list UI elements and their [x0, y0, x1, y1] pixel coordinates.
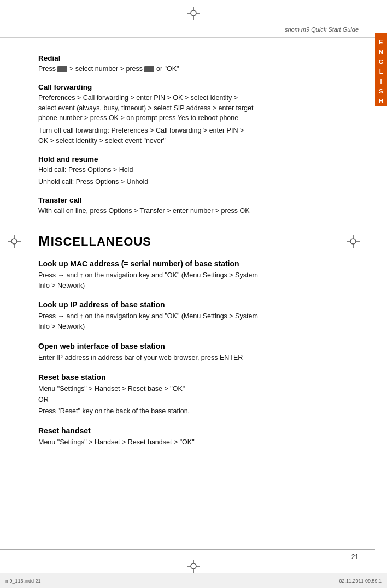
web-interface-section: Open web interface of base station Enter… — [38, 342, 359, 363]
hold-resume-section: Hold and resume Hold call: Press Options… — [38, 155, 359, 188]
reset-base-text-2: Press "Reset" key on the back of the bas… — [38, 406, 359, 417]
bottom-bar-left: m9_113.indd 21 — [5, 578, 41, 584]
page-footer: 21 — [0, 549, 375, 561]
redial-text: Press > select number > press or "OK" — [38, 64, 359, 74]
call-forwarding-text-2: Turn off call forwarding: Preferences > … — [38, 126, 359, 146]
svg-point-0 — [191, 10, 196, 16]
tab-letter-e: E — [379, 37, 383, 47]
svg-point-15 — [191, 563, 196, 569]
redial-section: Redial Press > select number > press or … — [38, 54, 359, 74]
transfer-call-heading: Transfer call — [38, 196, 359, 204]
crosshair-top-icon — [187, 7, 200, 20]
header-title: snom m9 Quick Start Guide — [285, 26, 359, 33]
call-forwarding-section: Call forwarding Preferences > Call forwa… — [38, 83, 359, 146]
main-content: Redial Press > select number > press or … — [0, 38, 375, 460]
call-forwarding-heading: Call forwarding — [38, 83, 359, 91]
ip-address-text: Press → and ↑ on the navigation key and … — [38, 311, 359, 332]
reset-base-or: OR — [38, 395, 359, 405]
ip-address-heading: Look up IP address of base station — [38, 300, 359, 309]
crosshair-right-icon — [347, 235, 360, 250]
redial-heading: Redial — [38, 54, 359, 62]
mac-address-heading: Look up MAC address (= serial number) of… — [38, 259, 359, 268]
tab-letter-n: N — [379, 47, 383, 57]
bottom-bar: m9_113.indd 21 02.11.2011 09:59:1 — [0, 573, 387, 588]
hold-resume-heading: Hold and resume — [38, 155, 359, 163]
page-wrapper: E N G L I S H snom m9 Quick Start Guide … — [0, 0, 387, 588]
hold-text: Hold call: Press Options > Hold — [38, 165, 359, 175]
transfer-call-section: Transfer call With call on line, press O… — [38, 196, 359, 216]
crosshair-bottom-icon — [187, 560, 200, 573]
language-tab: E N G L I S H — [375, 33, 387, 106]
reset-handset-text: Menu "Settings" > Handset > Reset handse… — [38, 437, 359, 448]
reset-handset-heading: Reset handset — [38, 426, 359, 435]
svg-point-10 — [11, 239, 17, 244]
reset-handset-section: Reset handset Menu "Settings" > Handset … — [38, 426, 359, 448]
unhold-text: Unhold call: Press Options > Unhold — [38, 177, 359, 187]
reset-base-text-1: Menu "Settings" > Handset > Reset base >… — [38, 384, 359, 394]
reset-base-section: Reset base station Menu "Settings" > Han… — [38, 373, 359, 417]
tab-letter-h: H — [379, 96, 383, 106]
mac-address-section: Look up MAC address (= serial number) of… — [38, 259, 359, 291]
call-forwarding-text-1: Preferences > Call forwarding > enter PI… — [38, 93, 359, 123]
tab-letter-g: G — [379, 57, 384, 67]
transfer-text: With call on line, press Options > Trans… — [38, 206, 359, 216]
bottom-bar-right: 02.11.2011 09:59:1 — [339, 578, 382, 584]
ip-address-section: Look up IP address of base station Press… — [38, 300, 359, 332]
tab-letter-l: L — [379, 67, 383, 76]
tab-letter-i: I — [380, 76, 382, 86]
misc-main-heading: Miscellaneous — [38, 233, 359, 250]
web-interface-text: Enter IP address in address bar of your … — [38, 353, 359, 363]
mac-address-text: Press → and ↑ on the navigation key and … — [38, 270, 359, 291]
reset-base-heading: Reset base station — [38, 373, 359, 382]
crosshair-left-icon — [8, 235, 21, 250]
web-interface-heading: Open web interface of base station — [38, 342, 359, 351]
page-number: 21 — [351, 553, 359, 561]
tab-letter-s: S — [379, 86, 383, 96]
svg-point-5 — [350, 239, 356, 244]
